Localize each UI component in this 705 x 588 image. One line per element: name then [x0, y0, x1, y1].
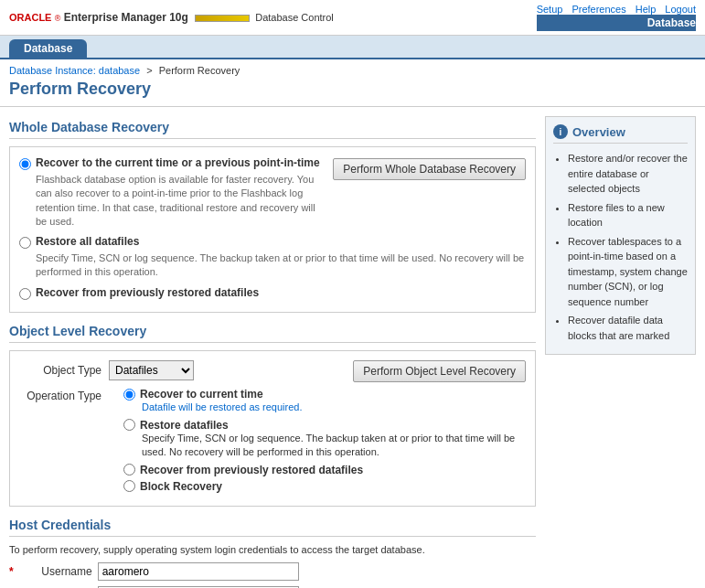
obj-level-title: Object Level Recovery	[9, 324, 536, 343]
username-row: * Username	[9, 562, 536, 581]
breadcrumb-sep: >	[146, 65, 152, 76]
username-required: *	[9, 565, 14, 578]
oracle-logo: ORACLE ® Enterprise Manager 10g	[9, 11, 250, 24]
overview-header: i Overview	[553, 124, 688, 144]
op-radio4-text: Block Recovery	[140, 480, 222, 493]
op-radio3-label: Recover from previously restored datafil…	[123, 464, 526, 476]
setup-link[interactable]: Setup	[537, 4, 563, 15]
op-radio1-desc: Datafile will be restored as required.	[142, 401, 526, 414]
op-radio1-text: Recover to current time	[140, 388, 263, 401]
op-radio2-text: Restore datafiles	[140, 419, 229, 432]
overview-item-4: Recover datafile data blocks that are ma…	[568, 313, 688, 343]
whole-db-btn-area: Perform Whole Database Recovery	[324, 156, 526, 180]
username-input[interactable]	[98, 562, 299, 581]
header-nav: Setup Preferences Help Logout	[537, 4, 696, 15]
overview-item-1: Restore and/or recover the entire databa…	[568, 151, 688, 197]
host-creds-section: Host Credentials To perform recovery, su…	[9, 518, 536, 588]
op-radio2-label: Restore datafiles	[123, 419, 526, 432]
host-creds-title: Host Credentials	[9, 518, 536, 537]
em-text: Enterprise Manager 10g	[64, 11, 188, 24]
op-radio4-label: Block Recovery	[123, 480, 526, 493]
overview-item-3: Recover tablespaces to a point-in-time b…	[568, 234, 688, 310]
overview-list: Restore and/or recover the entire databa…	[553, 151, 688, 343]
whole-db-radio1-input[interactable]	[19, 158, 31, 170]
obj-type-row: Object Type Datafiles Tablespaces Tables…	[19, 360, 526, 388]
whole-db-radio3-input[interactable]	[19, 288, 31, 300]
op-radio1-input[interactable]	[123, 389, 135, 401]
op-type-label: Operation Type	[19, 388, 101, 402]
op-radio3-text: Recover from previously restored datafil…	[140, 464, 363, 476]
obj-type-left: Object Type Datafiles Tablespaces Tables	[19, 360, 194, 388]
preferences-link[interactable]: Preferences	[571, 4, 625, 15]
main-layout: Whole Database Recovery Recover to the c…	[0, 107, 705, 588]
logo-area: ORACLE ® Enterprise Manager 10g Database…	[9, 11, 334, 24]
perform-whole-db-button[interactable]: Perform Whole Database Recovery	[333, 158, 526, 180]
whole-db-title: Whole Database Recovery	[9, 120, 536, 139]
help-link[interactable]: Help	[636, 4, 657, 15]
op-radio4-input[interactable]	[123, 480, 135, 492]
whole-db-radio2-text: Restore all datafiles	[36, 235, 139, 248]
op-type-radios: Recover to current time Datafile will be…	[109, 388, 526, 496]
whole-db-box: Recover to the current time or a previou…	[9, 146, 536, 313]
whole-db-section: Whole Database Recovery Recover to the c…	[9, 120, 536, 313]
whole-db-radio2-input[interactable]	[19, 237, 31, 249]
breadcrumb-current: Perform Recovery	[159, 65, 240, 76]
db-badge-text: Database	[647, 16, 696, 29]
tab-bar: Database	[0, 36, 705, 59]
overview-item-2: Restore files to a new location	[568, 200, 688, 230]
op-radio2-input[interactable]	[123, 419, 135, 431]
logout-link[interactable]: Logout	[665, 4, 696, 15]
op-radio1-label: Recover to current time	[123, 388, 526, 401]
obj-level-box: Object Type Datafiles Tablespaces Tables…	[9, 350, 536, 506]
whole-db-radio2-desc: Specify Time, SCN or log sequence. The b…	[36, 251, 526, 280]
header: ORACLE ® Enterprise Manager 10g Database…	[0, 0, 705, 36]
sidebar: i Overview Restore and/or recover the en…	[545, 116, 696, 588]
whole-db-radio3-label: Recover from previously restored datafil…	[19, 286, 526, 300]
breadcrumb-link[interactable]: Database Instance: database	[9, 65, 140, 76]
host-creds-desc: To perform recovery, supply operating sy…	[9, 544, 536, 555]
whole-db-radio1-row: Recover to the current time or a previou…	[19, 156, 526, 235]
whole-db-radio2-label: Restore all datafiles	[19, 235, 526, 249]
obj-type-label: Object Type	[19, 364, 101, 377]
op-radio3-input[interactable]	[123, 464, 135, 476]
perform-obj-level-button[interactable]: Perform Object Level Recovery	[353, 360, 526, 382]
oracle-text: ORACLE	[9, 12, 51, 23]
whole-db-radio3-text: Recover from previously restored datafil…	[36, 286, 259, 299]
op-radio2-desc: Specify Time, SCN or log sequence. The b…	[142, 432, 526, 460]
op-radio1: Recover to current time Datafile will be…	[123, 388, 526, 414]
op-radio2: Restore datafiles Specify Time, SCN or l…	[123, 419, 526, 460]
whole-db-radio2-group: Restore all datafiles Specify Time, SCN …	[19, 235, 526, 280]
db-badge: Database	[537, 15, 696, 31]
obj-type-form-row: Object Type Datafiles Tablespaces Tables	[19, 360, 194, 380]
overview-icon: i	[553, 124, 568, 139]
username-label: Username	[19, 565, 92, 578]
obj-level-section: Object Level Recovery Object Type Datafi…	[9, 324, 536, 506]
op-radio4: Block Recovery	[123, 480, 526, 493]
op-type-row: Operation Type Recover to current time D…	[19, 388, 526, 496]
op-radio3: Recover from previously restored datafil…	[123, 464, 526, 476]
em-bar-decoration	[195, 15, 250, 22]
oracle-trademark: ®	[55, 14, 61, 23]
whole-db-radio1-left: Recover to the current time or a previou…	[19, 156, 324, 235]
overview-box: i Overview Restore and/or recover the en…	[545, 116, 696, 355]
overview-title: Overview	[572, 125, 625, 139]
obj-level-btn-area: Perform Object Level Recovery	[353, 360, 526, 382]
breadcrumb: Database Instance: database > Perform Re…	[0, 59, 705, 78]
page-title: Perform Recovery	[0, 78, 705, 107]
whole-db-radio1-text: Recover to the current time or a previou…	[36, 156, 320, 169]
main-content: Whole Database Recovery Recover to the c…	[9, 116, 536, 588]
db-control-text: Database Control	[255, 12, 334, 23]
whole-db-radio1-desc: Flashback database option is available f…	[36, 173, 324, 230]
whole-db-radio1-label: Recover to the current time or a previou…	[19, 156, 324, 170]
active-tab[interactable]: Database	[9, 39, 87, 58]
header-right: Setup Preferences Help Logout Database	[537, 4, 696, 31]
obj-type-select[interactable]: Datafiles Tablespaces Tables	[109, 360, 194, 380]
